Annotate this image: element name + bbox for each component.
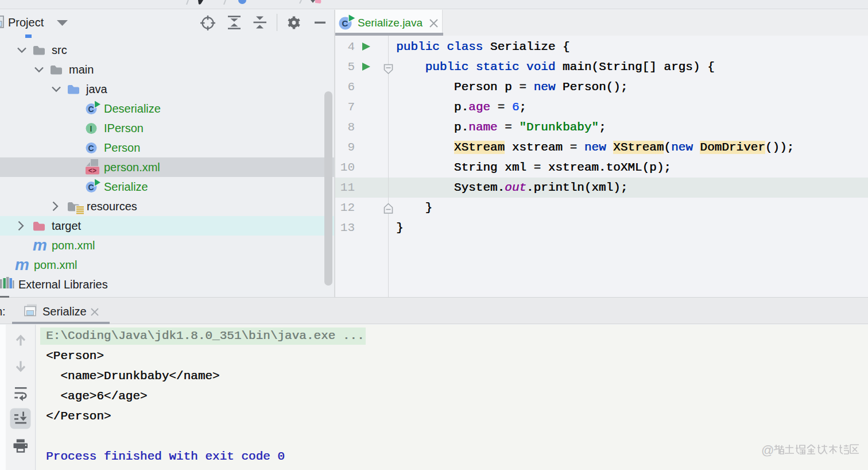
svg-text:@: @	[761, 443, 774, 457]
svg-text:m: m	[33, 236, 47, 254]
svg-text:C: C	[88, 183, 94, 192]
svg-text:C: C	[88, 105, 94, 114]
svg-text:<>: <>	[88, 167, 96, 175]
svg-text:I: I	[90, 124, 92, 133]
svg-text:m: m	[15, 256, 29, 273]
svg-text:C: C	[88, 144, 94, 153]
svg-text:C: C	[342, 18, 348, 28]
